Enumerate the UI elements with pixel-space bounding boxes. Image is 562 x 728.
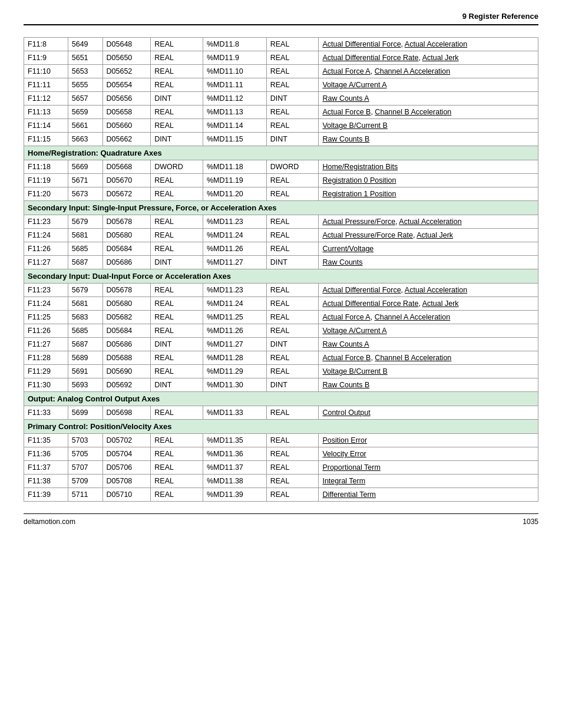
d-cell: D05654 — [103, 78, 151, 92]
f-cell: F11:14 — [24, 119, 68, 133]
type2-cell: REAL — [266, 488, 319, 502]
f-cell: F11:27 — [24, 338, 68, 351]
md-cell: %MD11.9 — [203, 51, 266, 65]
desc-cell: Actual Pressure/Force, Actual Accelerati… — [319, 215, 538, 229]
table-row: F11:295691D05690REAL%MD11.29REALVoltage … — [24, 365, 538, 378]
type2-cell: REAL — [266, 51, 319, 65]
dec-cell: 5687 — [68, 256, 103, 269]
table-row: F11:135659D05658REAL%MD11.13REALActual F… — [24, 106, 538, 119]
d-cell: D05678 — [103, 215, 151, 229]
table-row: F11:195671D05670REAL%MD11.19REALRegistra… — [24, 174, 538, 187]
type2-cell: REAL — [266, 78, 319, 92]
d-cell: D05684 — [103, 324, 151, 338]
d-cell: D05710 — [103, 488, 151, 502]
footer-website: deltamotion.com — [24, 518, 75, 526]
section-header-row: Secondary Input: Dual-Input Force or Acc… — [24, 269, 538, 284]
type2-cell: REAL — [266, 229, 319, 242]
type2-cell: REAL — [266, 434, 319, 447]
type2-cell: REAL — [266, 174, 319, 187]
type1-cell: REAL — [151, 488, 203, 502]
table-row: F11:375707D05706REAL%MD11.37REALProporti… — [24, 461, 538, 475]
dec-cell: 5691 — [68, 365, 103, 378]
md-cell: %MD11.39 — [203, 488, 266, 502]
md-cell: %MD11.38 — [203, 475, 266, 488]
dec-cell: 5663 — [68, 133, 103, 146]
d-cell: D05692 — [103, 378, 151, 392]
dec-cell: 5705 — [68, 447, 103, 461]
f-cell: F11:26 — [24, 324, 68, 338]
table-row: F11:255683D05682REAL%MD11.25REALActual F… — [24, 311, 538, 324]
type2-cell: REAL — [266, 106, 319, 119]
type1-cell: DINT — [151, 256, 203, 269]
type1-cell: REAL — [151, 215, 203, 229]
f-cell: F11:24 — [24, 229, 68, 242]
table-row: F11:235679D05678REAL%MD11.23REALActual P… — [24, 215, 538, 229]
dec-cell: 5653 — [68, 65, 103, 78]
md-cell: %MD11.10 — [203, 65, 266, 78]
md-cell: %MD11.26 — [203, 324, 266, 338]
section-header-cell: Primary Control: Position/Velocity Axes — [24, 420, 538, 434]
dec-cell: 5651 — [68, 51, 103, 65]
table-row: F11:385709D05708REAL%MD11.38REALIntegral… — [24, 475, 538, 488]
desc-cell: Voltage A/Current A — [319, 324, 538, 338]
type1-cell: REAL — [151, 65, 203, 78]
dec-cell: 5709 — [68, 475, 103, 488]
dec-cell: 5679 — [68, 215, 103, 229]
type1-cell: REAL — [151, 351, 203, 365]
type1-cell: DINT — [151, 378, 203, 392]
type2-cell: REAL — [266, 187, 319, 201]
f-cell: F11:24 — [24, 297, 68, 311]
desc-cell: Position Error — [319, 434, 538, 447]
table-row: F11:115655D05654REAL%MD11.11REALVoltage … — [24, 78, 538, 92]
type1-cell: DINT — [151, 92, 203, 106]
f-cell: F11:25 — [24, 311, 68, 324]
type2-cell: REAL — [266, 215, 319, 229]
type2-cell: REAL — [266, 351, 319, 365]
dec-cell: 5699 — [68, 406, 103, 420]
header-title: 9 Register Reference — [462, 12, 538, 21]
md-cell: %MD11.28 — [203, 351, 266, 365]
type1-cell: REAL — [151, 119, 203, 133]
md-cell: %MD11.20 — [203, 187, 266, 201]
md-cell: %MD11.27 — [203, 338, 266, 351]
f-cell: F11:28 — [24, 351, 68, 365]
table-row: F11:145661D05660REAL%MD11.14REALVoltage … — [24, 119, 538, 133]
d-cell: D05704 — [103, 447, 151, 461]
type2-cell: REAL — [266, 38, 319, 51]
dec-cell: 5689 — [68, 351, 103, 365]
type1-cell: REAL — [151, 434, 203, 447]
section-header-cell: Secondary Input: Single-Input Pressure, … — [24, 201, 538, 215]
type2-cell: REAL — [266, 65, 319, 78]
type1-cell: REAL — [151, 51, 203, 65]
section-header-cell: Secondary Input: Dual-Input Force or Acc… — [24, 269, 538, 284]
dec-cell: 5703 — [68, 434, 103, 447]
desc-cell: Home/Registration Bits — [319, 160, 538, 174]
md-cell: %MD11.24 — [203, 229, 266, 242]
d-cell: D05650 — [103, 51, 151, 65]
d-cell: D05662 — [103, 133, 151, 146]
type1-cell: DINT — [151, 133, 203, 146]
table-row: F11:185669D05668DWORD%MD11.18DWORDHome/R… — [24, 160, 538, 174]
f-cell: F11:13 — [24, 106, 68, 119]
f-cell: F11:35 — [24, 434, 68, 447]
f-cell: F11:9 — [24, 51, 68, 65]
d-cell: D05668 — [103, 160, 151, 174]
f-cell: F11:11 — [24, 78, 68, 92]
md-cell: %MD11.15 — [203, 133, 266, 146]
dec-cell: 5681 — [68, 297, 103, 311]
type1-cell: REAL — [151, 461, 203, 475]
register-table: F11:85649D05648REAL%MD11.8REALActual Dif… — [24, 37, 538, 502]
desc-cell: Registration 0 Position — [319, 174, 538, 187]
type2-cell: REAL — [266, 406, 319, 420]
f-cell: F11:18 — [24, 160, 68, 174]
desc-cell: Raw Counts B — [319, 378, 538, 392]
type1-cell: REAL — [151, 297, 203, 311]
dec-cell: 5683 — [68, 311, 103, 324]
desc-cell: Raw Counts A — [319, 338, 538, 351]
table-row: F11:205673D05672REAL%MD11.20REALRegistra… — [24, 187, 538, 201]
f-cell: F11:10 — [24, 65, 68, 78]
page-footer: deltamotion.com 1035 — [24, 513, 538, 526]
d-cell: D05658 — [103, 106, 151, 119]
d-cell: D05708 — [103, 475, 151, 488]
d-cell: D05656 — [103, 92, 151, 106]
